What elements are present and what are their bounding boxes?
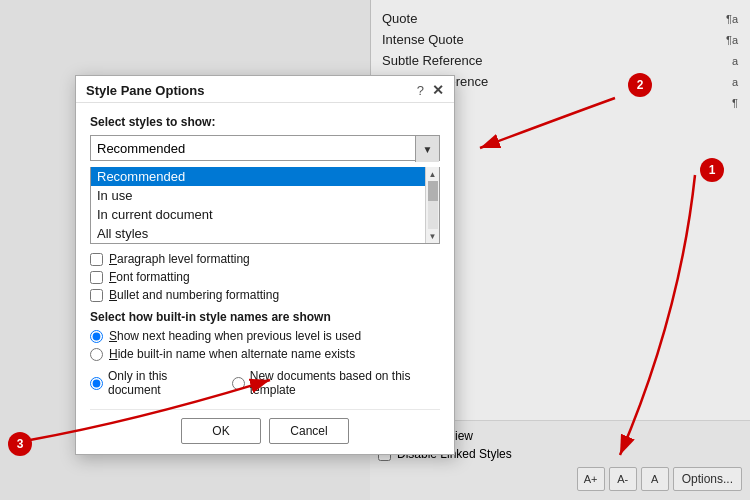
font-formatting-checkbox[interactable] bbox=[90, 271, 103, 284]
dialog-titlebar: Style Pane Options ? ✕ bbox=[76, 76, 454, 103]
dialog-title-icons: ? ✕ bbox=[417, 82, 444, 98]
checkbox-row-bullet: Bullet and numbering formatting bbox=[90, 288, 440, 302]
new-documents-label: New documents based on this template bbox=[250, 369, 440, 397]
dropdown-option-recommended[interactable]: Recommended bbox=[91, 167, 425, 186]
cancel-button[interactable]: Cancel bbox=[269, 418, 349, 444]
formatting-checkboxes-section: Paragraph level formatting Font formatti… bbox=[90, 252, 440, 302]
dropdown-scrollbar[interactable]: ▲ ▼ bbox=[425, 167, 439, 243]
bullet-formatting-checkbox[interactable] bbox=[90, 289, 103, 302]
dialog-body: Select styles to show: Recommended ▼ Rec… bbox=[76, 103, 454, 454]
show-radio-label: Show next heading when previous level is… bbox=[109, 329, 361, 343]
dialog-title: Style Pane Options bbox=[86, 83, 204, 98]
ok-button[interactable]: OK bbox=[181, 418, 261, 444]
radio-row-show: Show next heading when previous level is… bbox=[90, 329, 440, 343]
dropdown-option-inuse[interactable]: In use bbox=[91, 186, 425, 205]
only-in-document-radio[interactable] bbox=[90, 377, 103, 390]
checkbox-row-paragraph: Paragraph level formatting bbox=[90, 252, 440, 266]
builtin-section: Select how built-in style names are show… bbox=[90, 310, 440, 361]
radio-row-hide: Hide built-in name when alternate name e… bbox=[90, 347, 440, 361]
select-styles-label: Select styles to show: bbox=[90, 115, 440, 129]
bullet-formatting-label: Bullet and numbering formatting bbox=[109, 288, 279, 302]
dropdown-list: Recommended In use In current document A… bbox=[90, 167, 440, 244]
document-section: Only in this document New documents base… bbox=[90, 369, 440, 397]
style-pane-options-dialog: Style Pane Options ? ✕ Select styles to … bbox=[75, 75, 455, 455]
dropdown-value: Recommended bbox=[97, 141, 433, 156]
builtin-label: Select how built-in style names are show… bbox=[90, 310, 440, 324]
only-in-document-label: Only in this document bbox=[108, 369, 212, 397]
dropdown-display[interactable]: Recommended ▼ bbox=[90, 135, 440, 161]
new-documents-option: New documents based on this template bbox=[232, 369, 440, 397]
paragraph-formatting-checkbox[interactable] bbox=[90, 253, 103, 266]
show-radio[interactable] bbox=[90, 330, 103, 343]
help-icon[interactable]: ? bbox=[417, 83, 424, 98]
annotation-2: 2 bbox=[628, 73, 652, 97]
paragraph-formatting-label: Paragraph level formatting bbox=[109, 252, 250, 266]
dialog-buttons: OK Cancel bbox=[90, 409, 440, 444]
scroll-down-arrow[interactable]: ▼ bbox=[427, 229, 439, 243]
scroll-thumb bbox=[428, 181, 438, 201]
dropdown-container: Recommended ▼ bbox=[90, 135, 440, 161]
scroll-track bbox=[428, 181, 438, 229]
checkbox-row-font: Font formatting bbox=[90, 270, 440, 284]
hide-radio[interactable] bbox=[90, 348, 103, 361]
dropdown-option-incurrent[interactable]: In current document bbox=[91, 205, 425, 224]
font-formatting-label: Font formatting bbox=[109, 270, 190, 284]
annotation-3: 3 bbox=[8, 432, 32, 456]
new-documents-radio[interactable] bbox=[232, 377, 245, 390]
hide-radio-label: Hide built-in name when alternate name e… bbox=[109, 347, 355, 361]
dropdown-option-allstyles[interactable]: All styles bbox=[91, 224, 425, 243]
annotation-1: 1 bbox=[700, 158, 724, 182]
only-in-document-option: Only in this document bbox=[90, 369, 212, 397]
close-icon[interactable]: ✕ bbox=[432, 82, 444, 98]
scroll-up-arrow[interactable]: ▲ bbox=[427, 167, 439, 181]
